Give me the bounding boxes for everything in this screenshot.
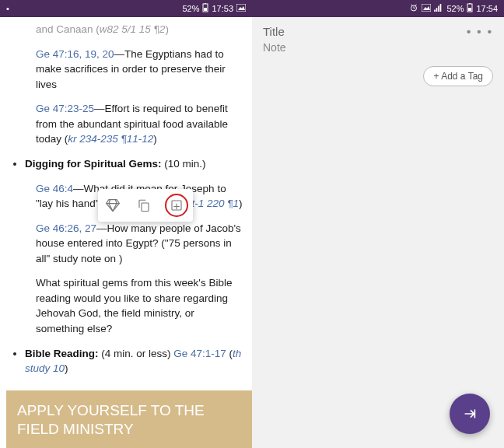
point-jacob-house: Ge 46:26, 27—How many people of Jacob's … [36, 221, 243, 267]
svg-rect-9 [468, 8, 471, 11]
note-body-field[interactable]: Note [263, 41, 286, 54]
svg-rect-1 [204, 8, 207, 11]
ref-kr-234[interactable]: kr 234-235 ¶11-12 [68, 133, 153, 145]
study-content: and Canaan (w82 5/1 15 ¶2) Ge 47:16, 19,… [0, 17, 252, 448]
ref-ge-46-26[interactable]: Ge 46:26, 27 [36, 222, 96, 234]
signal-icon [434, 4, 443, 13]
bible-reading-label: Bible Reading: [25, 348, 99, 359]
point-sacrifices: Ge 47:16, 19, 20—The Egyptians had to ma… [36, 47, 243, 93]
add-note-icon[interactable] [165, 194, 188, 217]
point-effort: Ge 47:23-25—Effort is required to benefi… [36, 101, 243, 147]
battery-left: 52% [182, 4, 199, 13]
ref-ge-47-16[interactable]: Ge 47:16, 19, 20 [36, 48, 114, 60]
selection-toolbar [98, 189, 193, 222]
status-dot: • [6, 4, 9, 13]
add-tag-button[interactable]: + Add a Tag [423, 66, 493, 86]
copy-icon[interactable] [134, 195, 154, 215]
battery-right: 52% [446, 4, 464, 13]
note-title-field[interactable]: Title [263, 25, 285, 38]
spiritual-gems-question: What spiritual gems from this week's Bib… [36, 275, 243, 336]
alarm-icon [409, 3, 418, 14]
ref-ge-47-23[interactable]: Ge 47:23-25 [36, 103, 94, 114]
ref-ge-47-1[interactable]: Ge 47:1-17 [173, 348, 226, 359]
bible-reading-item: Bible Reading: (4 min. or less) Ge 47:1-… [25, 346, 243, 376]
content-pane-left: • 52% 17:53 and Canaan (w82 5/1 15 ¶2) G… [0, 0, 252, 448]
more-menu-icon[interactable]: • • • [467, 25, 493, 38]
ref-it1-220[interactable]: it-1 220 ¶1 [190, 198, 240, 209]
section-heading-apply: APPLY YOURSELF TO THE FIELD MINISTRY [6, 390, 252, 448]
ref-ge-46-4[interactable]: Ge 46:4 [36, 183, 73, 194]
picture-icon [422, 4, 431, 13]
svg-rect-10 [469, 3, 471, 4]
fragment-text: and Canaan ( [36, 23, 100, 35]
gem-icon[interactable] [103, 195, 123, 215]
statusbar-right: 52% 17:54 [252, 0, 504, 17]
battery-icon [467, 3, 473, 14]
fab-forward-button[interactable] [450, 394, 490, 434]
svg-rect-2 [205, 3, 206, 4]
svg-rect-4 [142, 203, 149, 212]
statusbar-left: • 52% 17:53 [0, 0, 252, 17]
fragment-ref[interactable]: w82 5/1 15 ¶2 [100, 23, 166, 35]
battery-icon [202, 3, 208, 14]
time-right: 17:54 [476, 4, 498, 13]
digging-label: Digging for Spiritual Gems: [25, 158, 162, 170]
digging-item: Digging for Spiritual Gems: (10 min.) Ge… [25, 156, 243, 337]
note-pane-right: 52% 17:54 Title • • • Note + Add a Tag [252, 0, 504, 448]
time-left: 17:53 [212, 4, 233, 13]
picture-icon [236, 4, 246, 13]
